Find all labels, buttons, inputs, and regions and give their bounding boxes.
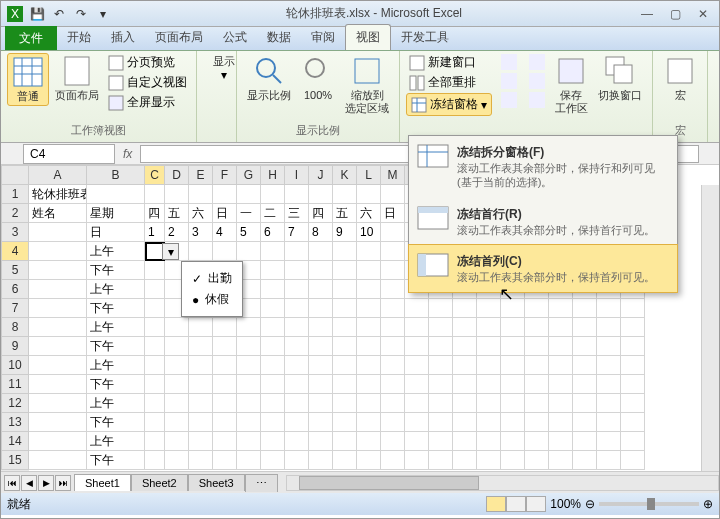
cell-D3[interactable]: 2 xyxy=(165,223,189,242)
row-header-15[interactable]: 15 xyxy=(1,451,29,470)
cell-E8[interactable] xyxy=(189,318,213,337)
cell-M12[interactable] xyxy=(381,394,405,413)
cell-K8[interactable] xyxy=(333,318,357,337)
sheet-tab-2[interactable]: Sheet2 xyxy=(131,474,188,491)
cell-U14[interactable] xyxy=(573,432,597,451)
cell-K1[interactable] xyxy=(333,185,357,204)
cell-O14[interactable] xyxy=(429,432,453,451)
tab-view[interactable]: 视图 xyxy=(345,24,391,50)
horizontal-scrollbar[interactable] xyxy=(286,475,719,491)
cell-C13[interactable] xyxy=(145,413,165,432)
cell-L8[interactable] xyxy=(357,318,381,337)
cell-V10[interactable] xyxy=(597,356,621,375)
zoom-selection-button[interactable]: 缩放到 选定区域 xyxy=(341,53,393,117)
cell-G3[interactable]: 5 xyxy=(237,223,261,242)
cell-E9[interactable] xyxy=(189,337,213,356)
cell-C1[interactable] xyxy=(145,185,165,204)
cell-D10[interactable] xyxy=(165,356,189,375)
cell-L14[interactable] xyxy=(357,432,381,451)
cell-J7[interactable] xyxy=(309,299,333,318)
cell-R14[interactable] xyxy=(501,432,525,451)
cell-I15[interactable] xyxy=(285,451,309,470)
cell-H5[interactable] xyxy=(261,261,285,280)
cell-L4[interactable] xyxy=(357,242,381,261)
redo-icon[interactable]: ↷ xyxy=(71,4,91,24)
cell-N10[interactable] xyxy=(405,356,429,375)
fullscreen-button[interactable]: 全屏显示 xyxy=(105,93,190,112)
side-by-side-button[interactable] xyxy=(526,53,548,71)
cell-U9[interactable] xyxy=(573,337,597,356)
cell-C5[interactable] xyxy=(145,261,165,280)
row-header-12[interactable]: 12 xyxy=(1,394,29,413)
row-header-11[interactable]: 11 xyxy=(1,375,29,394)
cell-S11[interactable] xyxy=(525,375,549,394)
cell-S13[interactable] xyxy=(525,413,549,432)
cell-V13[interactable] xyxy=(597,413,621,432)
cell-O8[interactable] xyxy=(429,318,453,337)
cell-I3[interactable]: 7 xyxy=(285,223,309,242)
cell-D12[interactable] xyxy=(165,394,189,413)
cell-B12[interactable]: 上午 xyxy=(87,394,145,413)
cell-U11[interactable] xyxy=(573,375,597,394)
cell-F10[interactable] xyxy=(213,356,237,375)
cell-H14[interactable] xyxy=(261,432,285,451)
cell-C3[interactable]: 1 xyxy=(145,223,165,242)
tab-nav-first[interactable]: ⏮ xyxy=(4,475,20,491)
cell-J5[interactable] xyxy=(309,261,333,280)
cell-K3[interactable]: 9 xyxy=(333,223,357,242)
cell-T12[interactable] xyxy=(549,394,573,413)
unhide-button[interactable] xyxy=(498,91,520,109)
row-header-2[interactable]: 2 xyxy=(1,204,29,223)
cell-D9[interactable] xyxy=(165,337,189,356)
close-icon[interactable]: ✕ xyxy=(691,5,715,23)
cell-E2[interactable]: 六 xyxy=(189,204,213,223)
tab-nav-last[interactable]: ⏭ xyxy=(55,475,71,491)
cell-I1[interactable] xyxy=(285,185,309,204)
cell-K11[interactable] xyxy=(333,375,357,394)
excel-icon[interactable]: X xyxy=(5,4,25,24)
cell-J3[interactable]: 8 xyxy=(309,223,333,242)
cell-L1[interactable] xyxy=(357,185,381,204)
cell-L3[interactable]: 10 xyxy=(357,223,381,242)
cell-P8[interactable] xyxy=(453,318,477,337)
cell-M1[interactable] xyxy=(381,185,405,204)
cell-S9[interactable] xyxy=(525,337,549,356)
cell-L12[interactable] xyxy=(357,394,381,413)
cell-J2[interactable]: 四 xyxy=(309,204,333,223)
new-window-button[interactable]: 新建窗口 xyxy=(406,53,492,72)
cell-I6[interactable] xyxy=(285,280,309,299)
cell-I8[interactable] xyxy=(285,318,309,337)
zoom-button[interactable]: 显示比例 xyxy=(243,53,295,104)
page-break-view-icon[interactable] xyxy=(526,496,546,512)
cell-I14[interactable] xyxy=(285,432,309,451)
cell-R12[interactable] xyxy=(501,394,525,413)
cell-N13[interactable] xyxy=(405,413,429,432)
cell-D15[interactable] xyxy=(165,451,189,470)
cell-L13[interactable] xyxy=(357,413,381,432)
cell-J11[interactable] xyxy=(309,375,333,394)
cell-R11[interactable] xyxy=(501,375,525,394)
cell-A1[interactable]: 轮休排班表 xyxy=(29,185,87,204)
cell-C10[interactable] xyxy=(145,356,165,375)
cell-T10[interactable] xyxy=(549,356,573,375)
cell-I12[interactable] xyxy=(285,394,309,413)
cell-E12[interactable] xyxy=(189,394,213,413)
cell-O10[interactable] xyxy=(429,356,453,375)
tab-nav-prev[interactable]: ◀ xyxy=(21,475,37,491)
col-header-A[interactable]: A xyxy=(29,165,87,185)
sheet-tab-3[interactable]: Sheet3 xyxy=(188,474,245,491)
qat-dropdown-icon[interactable]: ▾ xyxy=(93,4,113,24)
cell-C6[interactable] xyxy=(145,280,165,299)
new-sheet-button[interactable]: ⋯ xyxy=(245,474,278,492)
zoom-thumb[interactable] xyxy=(647,498,655,510)
cell-I4[interactable] xyxy=(285,242,309,261)
row-header-1[interactable]: 1 xyxy=(1,185,29,204)
popup-option-rest[interactable]: ●休假 xyxy=(192,289,232,310)
cell-G10[interactable] xyxy=(237,356,261,375)
cell-C12[interactable] xyxy=(145,394,165,413)
cell-N7[interactable] xyxy=(405,299,429,318)
cell-F9[interactable] xyxy=(213,337,237,356)
col-header-B[interactable]: B xyxy=(87,165,145,185)
select-all-corner[interactable] xyxy=(1,165,29,185)
cell-Q13[interactable] xyxy=(477,413,501,432)
